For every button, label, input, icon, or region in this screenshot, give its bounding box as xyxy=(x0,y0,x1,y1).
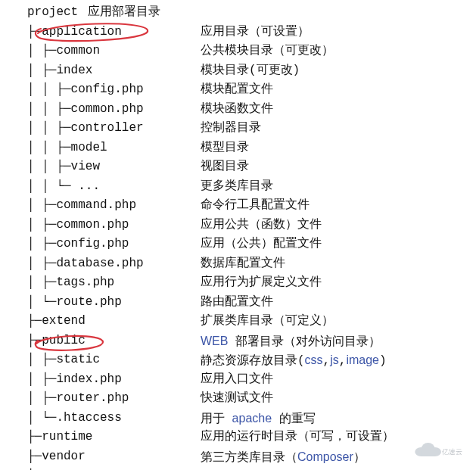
tree-description: 模块配置文件 xyxy=(201,80,273,100)
tree-path: ├─application xyxy=(27,25,122,39)
tree-row: │ ├─config.php应用（公共）配置文件 xyxy=(27,235,476,254)
tree-row: │ ├─command.php命令行工具配置文件 xyxy=(27,196,476,216)
tree-row: │ ├─index.php应用入口文件 xyxy=(27,370,476,390)
tree-row: ├─extend扩展类库目录（可定义） xyxy=(27,312,476,331)
tree-path: │ ├─index.php xyxy=(27,372,122,386)
svg-text:亿速云: 亿速云 xyxy=(441,448,462,456)
tree-path: │ ├─router.php xyxy=(27,391,129,405)
text-fragment: 静态资源存放目录( xyxy=(201,354,305,368)
tree-description: 更多类库目录 xyxy=(201,177,273,197)
tree-row: ├─runtime应用的运行时目录（可写，可设置） xyxy=(27,428,476,447)
tree-path: │ ├─common xyxy=(27,44,100,58)
tree-row: │ │ ├─view视图目录 xyxy=(27,157,476,177)
tree-description: 路由配置文件 xyxy=(201,293,273,313)
tree-row: │ ├─common.php应用公共（函数）文件 xyxy=(27,216,476,235)
tree-row: │ ├─tags.php应用行为扩展定义文件 xyxy=(27,273,476,293)
tree-row: │ │ └─ ...更多类库目录 xyxy=(27,177,476,197)
tree-description: 模块函数文件 xyxy=(201,100,273,120)
keyword: css xyxy=(305,353,323,366)
tree-row: │ xyxy=(27,466,476,470)
tree-description: 数据库配置文件 xyxy=(201,254,285,274)
keyword: Composer xyxy=(297,450,353,463)
keyword: WEB xyxy=(201,335,228,347)
tree-path: ├─runtime xyxy=(27,430,92,444)
tree-row: │ ├─index模块目录(可更改) xyxy=(27,61,476,81)
tree-row: │ │ ├─model模型目录 xyxy=(27,139,476,158)
tree-description: 视图目录 xyxy=(201,157,249,177)
tree-description: 模块目录(可更改) xyxy=(201,61,300,81)
tree-path: │ │ ├─config.php xyxy=(27,82,144,96)
tree-row: project应用部署目录 xyxy=(27,3,476,23)
tree-description: 应用部署目录 xyxy=(88,3,160,23)
tree-row: ├─vendor第三方类库目录（Composer） xyxy=(27,447,476,467)
tree-description: 用于 apache 的重写 xyxy=(201,409,316,430)
tree-description: 模型目录 xyxy=(201,139,249,158)
tree-path: │ │ ├─controller xyxy=(27,121,144,135)
text-fragment: 用于 xyxy=(201,412,232,426)
tree-row: ├─publicWEB 部署目录（对外访问目录） xyxy=(27,331,476,351)
tree-path: │ │ ├─common.php xyxy=(27,102,144,116)
text-fragment: ) xyxy=(379,354,387,368)
keyword: apache xyxy=(232,412,272,425)
tree-description: 应用的运行时目录（可写，可设置） xyxy=(201,428,394,447)
tree-row: │ │ ├─config.php模块配置文件 xyxy=(27,80,476,100)
tree-path: │ │ └─ ... xyxy=(27,179,100,193)
tree-row: │ │ ├─controller控制器目录 xyxy=(27,119,476,139)
text-fragment: 第三方类库目录（ xyxy=(201,451,297,465)
tree-description: 命令行工具配置文件 xyxy=(201,196,310,216)
tree-row: │ └─route.php路由配置文件 xyxy=(27,293,476,313)
tree-description: 静态资源存放目录(css,js,image) xyxy=(201,350,387,372)
tree-description: 应用公共（函数）文件 xyxy=(201,216,322,235)
directory-tree: project应用部署目录├─application应用目录（可设置）│ ├─c… xyxy=(0,0,476,470)
tree-path: │ ├─command.php xyxy=(27,198,136,212)
tree-description: 应用目录（可设置） xyxy=(201,23,310,42)
tree-path: │ ├─database.php xyxy=(27,257,144,270)
text-fragment: , xyxy=(323,354,331,368)
text-fragment: , xyxy=(339,354,347,368)
tree-path: │ └─route.php xyxy=(27,295,122,309)
tree-path: ├─vendor xyxy=(27,450,86,463)
tree-description: 公共模块目录（可更改） xyxy=(201,42,334,61)
tree-path: │ └─.htaccess xyxy=(27,411,122,425)
tree-path: │ ├─common.php xyxy=(27,218,129,232)
watermark: 亿速云 xyxy=(411,440,471,462)
tree-path: │ ├─static xyxy=(27,353,100,366)
tree-path: │ ├─config.php xyxy=(27,237,129,251)
keyword: image xyxy=(346,353,379,366)
tree-description: 应用（公共）配置文件 xyxy=(201,235,322,254)
text-fragment: ） xyxy=(353,451,366,465)
tree-description: 扩展类库目录（可定义） xyxy=(201,312,334,331)
tree-path: ├─public xyxy=(27,334,86,347)
tree-row: ├─application应用目录（可设置） xyxy=(27,23,476,42)
tree-description: 快速测试文件 xyxy=(201,389,273,409)
tree-path: │ ├─index xyxy=(27,64,92,77)
keyword: js xyxy=(330,353,339,366)
tree-path: │ │ ├─model xyxy=(27,141,107,154)
tree-path: │ ├─tags.php xyxy=(27,275,114,289)
tree-description: 应用入口文件 xyxy=(201,370,273,390)
tree-row: │ ├─common公共模块目录（可更改） xyxy=(27,42,476,61)
tree-description: 应用行为扩展定义文件 xyxy=(201,273,322,293)
tree-description: 控制器目录 xyxy=(201,119,261,139)
svg-rect-3 xyxy=(421,451,435,456)
tree-row: │ ├─router.php快速测试文件 xyxy=(27,389,476,409)
tree-path: project xyxy=(27,5,78,19)
tree-row: │ │ ├─common.php模块函数文件 xyxy=(27,100,476,120)
text-fragment: 部署目录（对外访问目录） xyxy=(228,335,381,349)
tree-description: 第三方类库目录（Composer） xyxy=(201,447,366,468)
tree-path: ├─extend xyxy=(27,314,86,328)
tree-path: │ │ ├─view xyxy=(27,160,100,173)
tree-description: WEB 部署目录（对外访问目录） xyxy=(201,331,381,353)
tree-row: │ ├─database.php数据库配置文件 xyxy=(27,254,476,274)
text-fragment: 的重写 xyxy=(272,412,316,426)
tree-row: │ ├─static静态资源存放目录(css,js,image) xyxy=(27,350,476,370)
tree-row: │ └─.htaccess用于 apache 的重写 xyxy=(27,409,476,428)
